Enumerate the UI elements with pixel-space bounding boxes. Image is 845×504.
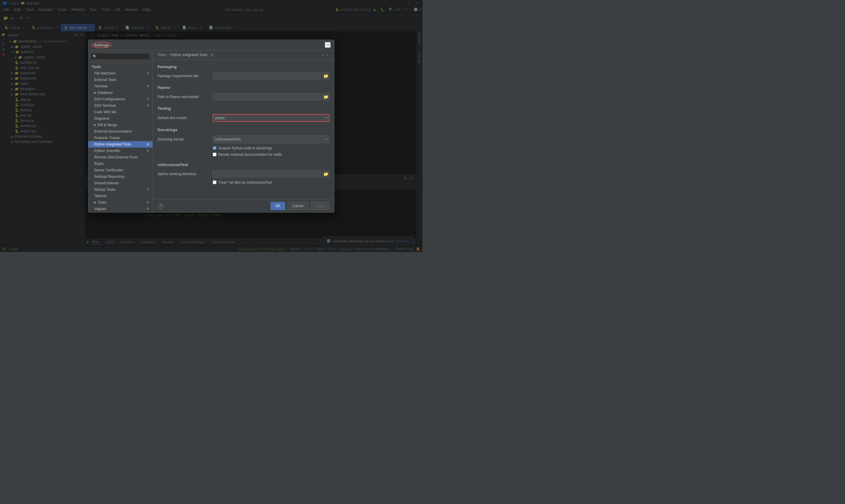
settings-item-python-scientific[interactable]: Python Scientific ⚙: [88, 147, 152, 154]
package-req-label: Package requirements file:: [158, 74, 210, 78]
item-label: SSH Configurations: [94, 97, 125, 101]
settings-item-external-doc[interactable]: External Documentation: [88, 128, 152, 134]
settings-item-external-tools[interactable]: External Tools: [88, 76, 152, 83]
footer-buttons: OK Cancel Apply: [271, 202, 329, 210]
settings-item-rsync[interactable]: Rsync: [88, 160, 152, 167]
test-runner-select[interactable]: pytest unittest Twisted Trial Behave: [213, 114, 329, 122]
settings-item-database[interactable]: ▶ Database: [88, 89, 152, 96]
breadcrumb-tools: Tools: [158, 53, 166, 57]
item-label: Python Integrated Tools: [94, 142, 131, 146]
cancel-button[interactable]: Cancel: [288, 202, 308, 210]
settings-search-input[interactable]: [91, 53, 150, 60]
pipenv-title: Pipenv: [158, 85, 329, 90]
item-label: Rsync: [94, 162, 104, 166]
pipenv-input-wrap: 📁: [213, 93, 329, 100]
sphinx-folder-btn[interactable]: 📁: [322, 170, 329, 178]
gear-icon: ⚙: [146, 149, 149, 152]
item-label: Startup Tasks: [94, 187, 115, 192]
packaging-section: Packaging Package requirements file: 📁: [158, 65, 329, 79]
gear-icon: ⚙: [146, 97, 149, 101]
settings-item-remote-ssh[interactable]: Remote SSH External Tools: [88, 154, 152, 160]
item-label: Features Trainer: [94, 136, 120, 140]
render-checkbox[interactable]: [213, 152, 217, 156]
sphinx-input[interactable]: [213, 170, 321, 178]
settings-item-server-certs[interactable]: Server Certificates: [88, 167, 152, 174]
gear-icon: ⚙: [146, 72, 149, 75]
docstring-format-label: Docstring format:: [158, 137, 210, 141]
apply-button[interactable]: Apply: [311, 202, 329, 210]
breadcrumb-back[interactable]: ‹: [321, 53, 325, 57]
docstring-format-row: Docstring format: reStructuredText NumPy…: [158, 136, 329, 143]
settings-item-tasks[interactable]: ▶ Tasks ⚙: [88, 199, 152, 206]
sphinx-label: Sphinx working directory:: [158, 172, 210, 176]
settings-item-file-watchers[interactable]: File Watchers ⚙: [88, 70, 152, 76]
breadcrumb-forward[interactable]: ›: [326, 53, 329, 57]
settings-item-diff-merge[interactable]: ▶ Diff & Merge: [88, 122, 152, 128]
item-label: Database: [98, 91, 113, 95]
item-label: Terminal: [94, 84, 107, 88]
settings-nav-list: Tools File Watchers ⚙ External Tools Ter…: [88, 62, 152, 212]
analyze-checkbox-row: Analyze Python code in docstrings: [158, 146, 329, 150]
docstrings-title: Docstrings: [158, 128, 329, 132]
pipenv-label: Path to Pipenv executable:: [158, 95, 210, 99]
item-label: Shared Indexes: [94, 181, 119, 185]
package-req-folder-btn[interactable]: 📁: [322, 72, 329, 79]
gear-icon: ⚙: [146, 201, 149, 204]
pipenv-folder-btn[interactable]: 📁: [322, 93, 329, 100]
settings-item-code-with-me[interactable]: Code With Me: [88, 109, 152, 115]
gear-icon: ⚙: [146, 188, 149, 191]
expand-icon: ▶: [94, 201, 96, 204]
package-req-input[interactable]: [213, 72, 321, 79]
settings-item-startup-tasks[interactable]: Startup Tasks ⚙: [88, 186, 152, 193]
item-label: File Watchers: [94, 71, 115, 75]
docstring-format-select[interactable]: reStructuredText NumPy Google Plain: [213, 136, 329, 143]
docstring-format-select-wrap: reStructuredText NumPy Google Plain: [213, 136, 329, 143]
modal-body: Tools File Watchers ⚙ External Tools Ter…: [88, 51, 334, 212]
settings-item-ssh-terminal[interactable]: SSH Terminal ⚙: [88, 102, 152, 109]
settings-item-terminal[interactable]: Terminal ⚙: [88, 83, 152, 89]
package-req-input-wrap: 📁: [213, 72, 329, 79]
treat-txt-checkbox[interactable]: [213, 180, 217, 184]
settings-circle-highlight: Settings: [92, 42, 111, 48]
settings-item-vagrant[interactable]: Vagrant ⚙: [88, 206, 152, 212]
modal-overlay: Settings ✕ Tools File Watchers: [0, 0, 422, 252]
testing-title: Testing: [158, 106, 329, 111]
treat-txt-checkbox-row: Treat *.txt files as reStructuredText: [158, 180, 329, 184]
settings-item-diagrams[interactable]: Diagrams: [88, 115, 152, 122]
docstrings-section: Docstrings Docstring format: reStructure…: [158, 128, 329, 157]
pipenv-input[interactable]: [213, 93, 321, 100]
restructured-title: reStructuredText: [158, 163, 329, 167]
settings-content-panel: Tools › Python Integrated Tools ☰ ‹ ›: [153, 51, 334, 212]
item-label: External Tools: [94, 78, 116, 82]
packaging-title: Packaging: [158, 65, 329, 69]
settings-item-python-integrated[interactable]: Python Integrated Tools ⚙: [88, 141, 152, 147]
breadcrumb-current: Python Integrated Tools: [170, 53, 208, 57]
restructured-section: reStructuredText Sphinx working director…: [158, 163, 329, 184]
testing-section: Testing Default test runner: pytest unit…: [158, 106, 329, 122]
item-label: External Documentation: [94, 129, 132, 133]
item-label: Tasks: [98, 200, 107, 204]
settings-item-settings-repo[interactable]: Settings Repository: [88, 174, 152, 180]
item-label: Diagrams: [94, 116, 109, 121]
ok-button[interactable]: OK: [271, 202, 285, 210]
analyze-checkbox[interactable]: [213, 146, 217, 150]
settings-item-shared-indexes[interactable]: Shared Indexes: [88, 180, 152, 186]
settings-search-area: [88, 51, 152, 62]
gear-icon: ⚙: [146, 207, 149, 210]
settings-form: Packaging Package requirements file: 📁: [153, 60, 334, 199]
gear-icon: ⚙: [146, 104, 149, 107]
help-button[interactable]: ?: [158, 203, 164, 209]
package-req-row: Package requirements file: 📁: [158, 72, 329, 79]
settings-item-features-trainer[interactable]: Features Trainer: [88, 134, 152, 141]
tools-section-header: Tools: [88, 64, 152, 70]
modal-close-button[interactable]: ✕: [325, 42, 331, 48]
test-runner-select-wrap: pytest unittest Twisted Trial Behave: [213, 114, 329, 122]
gear-icon: ⚙: [146, 143, 149, 146]
render-label: Render external documentation for stdlib: [218, 152, 282, 157]
settings-item-tabnine[interactable]: Tabnine: [88, 193, 152, 199]
expand-icon: ▶: [94, 123, 96, 126]
sphinx-row: Sphinx working directory: 📁: [158, 170, 329, 178]
app-window: 🔷 Project 📁 autoTest ─ □ ✕ File Edit Vie…: [0, 0, 422, 252]
item-label: Code With Me: [94, 110, 116, 114]
settings-item-ssh-config[interactable]: SSH Configurations ⚙: [88, 96, 152, 102]
